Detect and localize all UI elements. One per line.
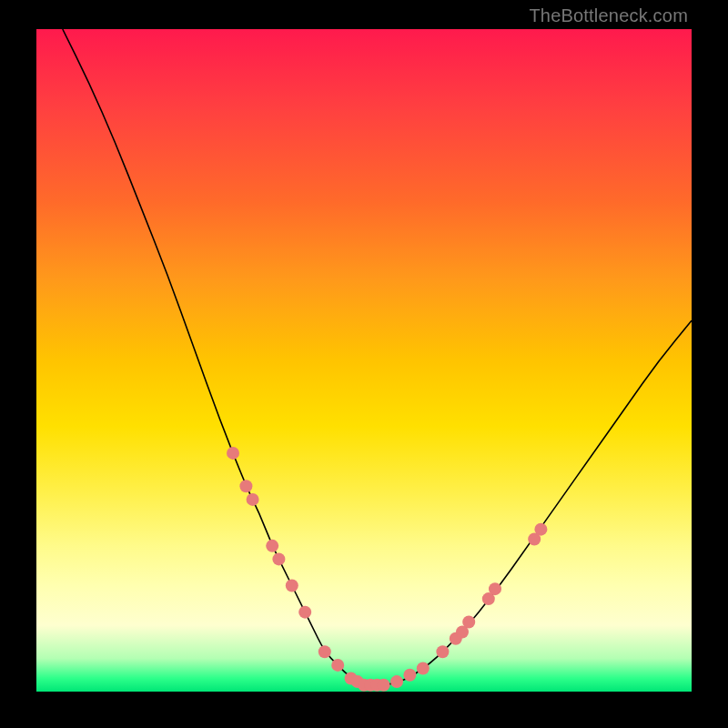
data-marker xyxy=(227,447,239,460)
data-marker xyxy=(378,679,390,692)
data-marker xyxy=(417,662,430,675)
data-marker xyxy=(272,552,285,565)
data-marker xyxy=(331,659,344,672)
watermark-text: TheBottleneck.com xyxy=(529,5,688,26)
marker-group xyxy=(227,447,547,692)
data-marker xyxy=(318,645,331,658)
data-marker xyxy=(462,616,475,629)
data-marker xyxy=(390,675,403,688)
data-marker xyxy=(403,669,416,682)
curve-svg xyxy=(36,29,692,692)
data-marker xyxy=(286,580,298,592)
data-marker xyxy=(298,606,311,619)
bottleneck-curve xyxy=(63,29,692,685)
data-marker xyxy=(247,493,259,506)
data-marker xyxy=(436,645,449,658)
data-marker xyxy=(489,582,501,595)
data-marker xyxy=(534,523,547,536)
plot-area xyxy=(36,29,692,692)
data-marker xyxy=(239,480,252,492)
data-marker xyxy=(266,540,278,552)
chart-frame: TheBottleneck.com xyxy=(0,0,728,728)
